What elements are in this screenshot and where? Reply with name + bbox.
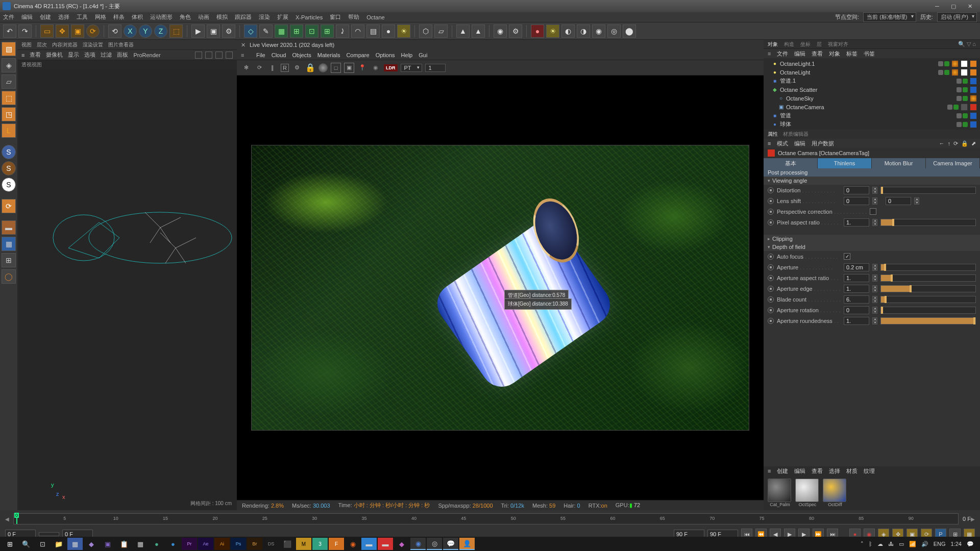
edge-button[interactable]: ● (165, 538, 181, 550)
ai-button[interactable]: Ai (214, 538, 230, 550)
nodespace-combo[interactable]: 当前 (标准/物理) (863, 12, 916, 22)
am-menu-mode[interactable]: 模式 (777, 140, 788, 147)
z-axis-button[interactable]: Z (154, 24, 167, 38)
lv-menu-cloud[interactable]: Cloud (272, 52, 286, 58)
vp-nav2-icon[interactable] (205, 52, 212, 59)
tray-lang[interactable]: ENG (934, 541, 946, 547)
vp-tab-pv[interactable]: 图片查看器 (108, 41, 134, 48)
aperture-input[interactable]: 0.2 cm (844, 263, 869, 271)
vp-menu-pr[interactable]: ProRender (133, 52, 160, 58)
mat-menu-edit[interactable]: 编辑 (794, 467, 805, 475)
hamburger-icon[interactable]: ≡ (21, 52, 24, 58)
lv-menu-materials[interactable]: Materials (317, 52, 340, 58)
distortion-slider[interactable] (880, 187, 976, 194)
ap-edge-input[interactable]: 1. (844, 285, 869, 293)
task4[interactable]: 📋 (116, 538, 132, 550)
aperture-slider[interactable] (880, 264, 976, 271)
vp-menu-disp[interactable]: 显示 (68, 51, 79, 59)
tray-cloud-icon[interactable]: ☁ (877, 541, 883, 547)
object-row[interactable]: ▣OctaneCamera (767, 103, 977, 111)
object-row[interactable]: ◆Octane Scatter (767, 85, 977, 94)
mat-menu-view[interactable]: 查看 (812, 467, 823, 475)
vp-menu-cam[interactable]: 摄像机 (46, 51, 63, 59)
vp-menu-filt[interactable]: 过滤 (101, 51, 112, 59)
back-icon[interactable]: ← (939, 140, 945, 147)
om-menu-obj[interactable]: 对象 (829, 50, 840, 58)
lock2-icon[interactable]: 🔒 (961, 140, 968, 147)
playhead[interactable] (16, 514, 17, 524)
pen-button[interactable]: ✎ (259, 24, 273, 38)
pr-button[interactable]: Pr (182, 538, 197, 550)
cloner-button[interactable]: ⊞ (321, 24, 334, 38)
vp-menu-panel[interactable]: 面板 (117, 51, 128, 59)
snap-b-button[interactable]: ▲ (472, 24, 485, 38)
attr-tab-attr[interactable]: 属性 (768, 131, 778, 138)
attr-tab-mat[interactable]: 材质编辑器 (783, 131, 808, 138)
tray-net-icon[interactable]: 🖧 (888, 541, 894, 547)
vp-menu-opt[interactable]: 选项 (84, 51, 95, 59)
lv-menu-options[interactable]: Options (376, 52, 395, 58)
point-mode-button[interactable]: ⟳ (2, 199, 16, 213)
task-f[interactable]: F (329, 538, 344, 550)
cube-button[interactable]: ◇ (244, 24, 257, 38)
close-button[interactable]: ✕ (962, 2, 977, 11)
menu-tracker[interactable]: 跟踪器 (235, 13, 252, 21)
l-mode-button[interactable]: L (2, 123, 16, 138)
mat-menu-mat[interactable]: 材质 (846, 467, 857, 475)
ap-aspect-slider[interactable] (880, 274, 976, 282)
uv-mode-button[interactable]: ⊞ (2, 253, 16, 267)
menu-select[interactable]: 选择 (58, 13, 69, 21)
timeline-ruler[interactable]: 51015202530354045505560657075808590 (13, 513, 959, 524)
attr-sub[interactable]: Post processing (764, 168, 980, 177)
workplane-button[interactable]: ▱ (434, 24, 448, 38)
lv-refresh-icon[interactable]: ✻ (241, 63, 251, 73)
octane-sun-button[interactable]: ☀ (546, 24, 559, 38)
kernel-num-input[interactable]: 1 (425, 64, 446, 72)
object-row[interactable]: ■管道 (767, 111, 977, 120)
mat-menu-select[interactable]: 选择 (829, 467, 840, 475)
minimize-button[interactable]: ─ (929, 2, 945, 11)
octane-env-button[interactable]: ◉ (592, 24, 605, 38)
rc-tab-coord[interactable]: 坐标 (800, 41, 811, 48)
om-menu-edit[interactable]: 编辑 (794, 50, 805, 58)
tray-wifi-icon[interactable]: 📶 (909, 541, 916, 547)
task-b1[interactable]: ▬ (361, 538, 377, 550)
lv-menu-objects[interactable]: Objects (292, 52, 311, 58)
lv-tab-title[interactable]: Live Viewer 2020.1 (202 days left) (250, 42, 334, 48)
menu-window[interactable]: 窗口 (330, 13, 341, 21)
cam-tab-thinlens[interactable]: Thinlens (818, 158, 872, 168)
coord-button[interactable]: ⬚ (169, 24, 183, 38)
up-icon[interactable]: ↑ (948, 140, 951, 147)
misc-mode-button[interactable]: ◯ (2, 269, 16, 284)
task-last[interactable]: 👤 (459, 538, 475, 550)
task5[interactable]: ▦ (133, 538, 148, 550)
pin-icon[interactable]: 📍 (357, 63, 368, 73)
menu-edit[interactable]: 编辑 (21, 13, 33, 21)
tray-up-icon[interactable]: ˄ (861, 541, 864, 547)
menu-mograph[interactable]: 运动图形 (150, 13, 173, 21)
maximize-button[interactable]: ▢ (946, 2, 961, 11)
viewport-3d[interactable]: yzx 网格间距 : 100 cm (17, 69, 237, 510)
octane-icon[interactable]: ◉ (494, 24, 507, 38)
axis-mode-button[interactable]: ◳ (2, 107, 16, 121)
ext-icon[interactable]: ⬈ (971, 140, 976, 147)
menu-extensions[interactable]: 扩展 (277, 13, 288, 21)
taskview-button[interactable]: ⊡ (35, 538, 50, 550)
object-row[interactable]: ■管道.1 (767, 77, 977, 85)
menu-mesh[interactable]: 网格 (95, 13, 106, 21)
lv-r-icon[interactable]: R (281, 64, 289, 72)
lensshift-x-input[interactable]: 0 (844, 197, 869, 205)
kernel-select[interactable]: PT (401, 64, 422, 72)
octane-fog-button[interactable]: ◑ (577, 24, 590, 38)
lv-menu-help[interactable]: Help (401, 52, 413, 58)
ap-rot-slider[interactable] (880, 307, 976, 314)
select-button[interactable]: ▭ (40, 24, 54, 38)
radio-icon[interactable] (768, 187, 774, 193)
vp-tab-rs[interactable]: 渲染设置 (83, 41, 103, 48)
vp-tab-hier[interactable]: 层次 (37, 41, 47, 48)
render-region-button[interactable]: ▣ (207, 24, 220, 38)
autofocus-checkbox[interactable]: ✓ (844, 253, 850, 260)
explorer-button[interactable]: 📁 (51, 538, 66, 550)
mat-menu-tex[interactable]: 纹理 (864, 467, 875, 475)
rotate-button[interactable]: ⟳ (86, 24, 100, 38)
